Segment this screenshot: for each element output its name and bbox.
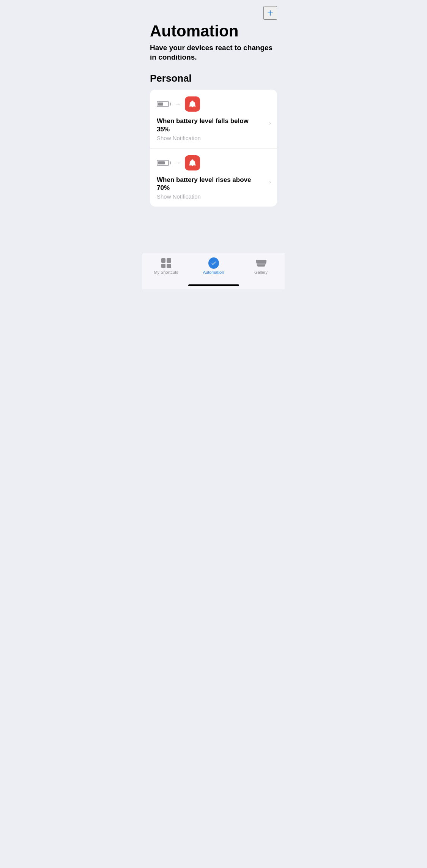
automation-item-battery-high[interactable]: → When battery level rises above 70% Sho… <box>150 148 277 207</box>
battery-icon-high <box>157 160 171 166</box>
my-shortcuts-label: My Shortcuts <box>154 270 178 275</box>
home-indicator-container <box>142 282 285 289</box>
page-title: Automation <box>150 23 277 39</box>
section-title: Personal <box>150 73 277 84</box>
bell-icon-2 <box>188 159 197 167</box>
page-container: + Automation Have your devices react to … <box>142 0 285 289</box>
automation-title-1: When battery level falls below 35% <box>157 117 270 133</box>
notification-icon-1 <box>185 96 200 112</box>
arrow-right-icon: → <box>175 100 181 108</box>
tab-my-shortcuts[interactable]: My Shortcuts <box>142 258 190 275</box>
grid-cell-3 <box>161 264 166 268</box>
battery-fill-high <box>158 161 165 164</box>
chevron-right-icon-2: › <box>269 178 271 185</box>
chevron-right-icon-1: › <box>269 120 271 126</box>
icon-row-battery-low: → <box>157 96 270 112</box>
automation-subtitle-1: Show Notification <box>157 135 270 141</box>
bottom-tab-bar: My Shortcuts Automation <box>142 253 285 282</box>
battery-icon-low <box>157 101 171 107</box>
automation-subtitle-2: Show Notification <box>157 193 270 200</box>
battery-tip-high <box>170 161 171 164</box>
gallery-layers-icon <box>256 259 266 268</box>
automation-label: Automation <box>203 270 224 275</box>
grid-cell-4 <box>167 264 171 268</box>
spacer <box>142 230 285 253</box>
battery-fill <box>158 103 163 106</box>
checkmark-icon <box>211 260 217 266</box>
add-automation-button[interactable]: + <box>263 6 277 20</box>
gallery-icon-container <box>256 258 266 268</box>
page-subtitle: Have your devices react to changes in co… <box>150 43 277 62</box>
icon-row-battery-high: → <box>157 155 270 170</box>
tab-automation[interactable]: Automation <box>190 258 237 275</box>
gallery-label: Gallery <box>254 270 268 275</box>
automation-icon <box>208 258 219 268</box>
top-bar: + <box>142 0 285 23</box>
my-shortcuts-icon <box>161 258 172 268</box>
bell-icon <box>188 100 197 108</box>
arrow-right-icon-2: → <box>175 159 181 167</box>
battery-tip <box>170 103 171 106</box>
main-content: Automation Have your devices react to ch… <box>142 23 285 230</box>
automation-title-2: When battery level rises above 70% <box>157 176 270 192</box>
tab-gallery[interactable]: Gallery <box>237 258 285 275</box>
automation-item-battery-low[interactable]: → When battery level falls below 35% Sho… <box>150 90 277 148</box>
automation-card: → When battery level falls below 35% Sho… <box>150 90 277 207</box>
grid-cell-2 <box>167 258 171 263</box>
automation-tab-circle <box>208 257 219 269</box>
grid-icon <box>161 258 171 268</box>
home-indicator <box>188 284 239 286</box>
grid-cell-1 <box>161 258 166 263</box>
notification-icon-2 <box>185 155 200 170</box>
svg-rect-2 <box>256 260 266 263</box>
